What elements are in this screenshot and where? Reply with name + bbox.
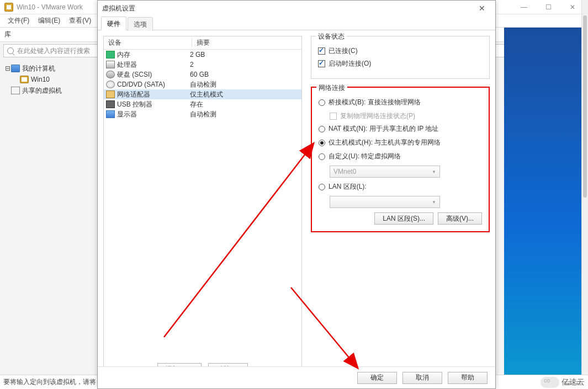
search-icon bbox=[7, 47, 14, 54]
device-icon bbox=[106, 51, 115, 58]
ok-button[interactable]: 确定 bbox=[357, 372, 397, 384]
radio-nat[interactable]: NAT 模式(N): 用于共享主机的 IP 地址 bbox=[319, 124, 482, 134]
network-legend: 网络连接 bbox=[316, 83, 347, 93]
hardware-row[interactable]: 显示器自动检测 bbox=[104, 109, 301, 119]
hardware-row[interactable]: 网络适配器仅主机模式 bbox=[104, 89, 301, 99]
cancel-button[interactable]: 取消 bbox=[402, 372, 442, 384]
column-summary[interactable]: 摘要 bbox=[192, 38, 214, 47]
radio-custom[interactable]: 自定义(U): 特定虚拟网络 bbox=[319, 152, 482, 161]
dialog-close-button[interactable]: ✕ bbox=[473, 4, 491, 13]
cloud-icon bbox=[541, 377, 559, 388]
tab-options[interactable]: 选项 bbox=[128, 17, 153, 31]
device-icon bbox=[106, 100, 115, 108]
hardware-row[interactable]: 处理器2 bbox=[104, 60, 301, 70]
network-connection-group: 网络连接 桥接模式(B): 直接连接物理网络 复制物理网络连接状态(P) NAT… bbox=[311, 87, 490, 232]
vm-icon bbox=[20, 76, 29, 83]
vmnet-combobox: VMnet0 ▼ bbox=[330, 166, 440, 178]
hardware-list-panel: 设备 摘要 内存2 GB处理器2硬盘 (SCSI)60 GBCD/DVD (SA… bbox=[103, 36, 302, 381]
menu-view[interactable]: 查看(V) bbox=[65, 16, 96, 25]
tab-content: 设备 摘要 内存2 GB处理器2硬盘 (SCSI)60 GBCD/DVD (SA… bbox=[98, 30, 495, 387]
device-icon bbox=[106, 110, 115, 118]
hardware-row[interactable]: 内存2 GB bbox=[104, 50, 301, 60]
device-icon bbox=[106, 81, 115, 88]
device-icon bbox=[106, 61, 115, 68]
help-button[interactable]: 帮助 bbox=[448, 372, 488, 384]
dialog-bottom-buttons: 确定 取消 帮助 bbox=[98, 366, 495, 388]
dialog-titlebar: 虚拟机设置 ✕ bbox=[98, 1, 495, 16]
tab-hardware[interactable]: 硬件 bbox=[101, 17, 126, 30]
checkbox-icon bbox=[318, 47, 325, 55]
shared-icon bbox=[11, 87, 20, 94]
connect-at-poweron-checkbox[interactable]: 启动时连接(O) bbox=[318, 59, 483, 68]
column-device[interactable]: 设备 bbox=[104, 38, 192, 47]
maximize-button[interactable]: ☐ bbox=[536, 0, 560, 14]
vm-settings-dialog: 虚拟机设置 ✕ 硬件 选项 设备 摘要 内存2 GB处理器2硬盘 (SCSI)6… bbox=[97, 0, 496, 389]
hardware-row[interactable]: 硬盘 (SCSI)60 GB bbox=[104, 70, 301, 79]
lan-segments-button[interactable]: LAN 区段(S)... bbox=[374, 212, 433, 225]
lan-segment-combobox: ▼ bbox=[330, 196, 440, 208]
chevron-down-icon: ▼ bbox=[432, 200, 436, 205]
radio-icon bbox=[319, 140, 325, 146]
radio-icon bbox=[319, 126, 325, 132]
hardware-list: 内存2 GB处理器2硬盘 (SCSI)60 GBCD/DVD (SATA)自动检… bbox=[104, 50, 301, 119]
vertical-scrollbar[interactable] bbox=[581, 0, 588, 389]
menu-file[interactable]: 文件(F) bbox=[3, 16, 34, 25]
device-status-group: 设备状态 已连接(C) 启动时连接(O) bbox=[311, 36, 490, 79]
device-status-legend: 设备状态 bbox=[316, 32, 347, 41]
main-title-text: Win10 - VMware Work bbox=[17, 3, 83, 11]
vmware-icon bbox=[4, 3, 13, 12]
dialog-tabs: 硬件 选项 bbox=[98, 16, 495, 30]
radio-hostonly[interactable]: 仅主机模式(H): 与主机共享的专用网络 bbox=[319, 138, 482, 147]
hardware-row[interactable]: CD/DVD (SATA)自动检测 bbox=[104, 79, 301, 89]
device-icon bbox=[106, 90, 115, 98]
dialog-title: 虚拟机设置 bbox=[102, 4, 135, 13]
radio-icon bbox=[319, 184, 325, 190]
status-text: 要将输入定向到该虚拟机，请将 bbox=[3, 377, 96, 387]
hardware-detail-panel: 设备状态 已连接(C) 启动时连接(O) 网络连接 桥接模式(B): 直接连接物… bbox=[311, 36, 490, 381]
radio-icon bbox=[319, 153, 325, 160]
minimize-button[interactable]: — bbox=[512, 0, 536, 14]
replicate-checkbox: 复制物理网络连接状态(P) bbox=[330, 111, 482, 121]
radio-icon bbox=[319, 99, 325, 106]
hardware-list-header: 设备 摘要 bbox=[104, 36, 301, 50]
device-icon bbox=[106, 71, 115, 78]
chevron-down-icon: ▼ bbox=[432, 169, 436, 174]
window-controls: — ☐ ✕ bbox=[512, 0, 585, 14]
watermark-logo: 亿速云 bbox=[541, 377, 585, 388]
radio-lan-segment[interactable]: LAN 区段(L): bbox=[319, 182, 482, 191]
monitor-icon bbox=[11, 65, 20, 72]
advanced-button[interactable]: 高级(V)... bbox=[438, 212, 482, 225]
hardware-row[interactable]: USB 控制器存在 bbox=[104, 99, 301, 109]
checkbox-icon bbox=[318, 60, 325, 67]
radio-bridged[interactable]: 桥接模式(B): 直接连接物理网络 bbox=[319, 98, 482, 107]
vm-desktop-preview bbox=[504, 28, 588, 389]
checkbox-icon bbox=[330, 113, 337, 120]
connected-checkbox[interactable]: 已连接(C) bbox=[318, 46, 483, 56]
menu-edit[interactable]: 编辑(E) bbox=[34, 16, 65, 25]
network-button-row: LAN 区段(S)... 高级(V)... bbox=[319, 212, 482, 225]
